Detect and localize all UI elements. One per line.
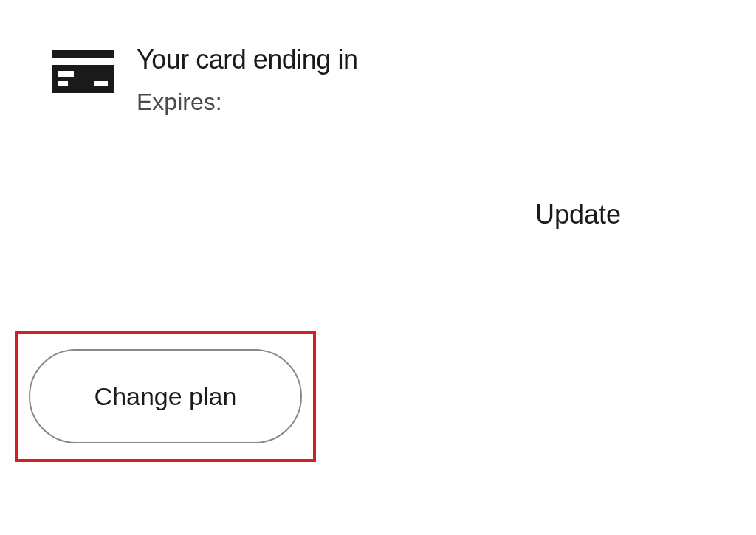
credit-card-icon bbox=[52, 50, 114, 94]
highlight-annotation: Change plan bbox=[15, 331, 316, 462]
card-expires-label: Expires: bbox=[137, 89, 357, 116]
update-link[interactable]: Update bbox=[535, 199, 621, 230]
card-ending-label: Your card ending in bbox=[137, 44, 357, 75]
payment-card-section: Your card ending in Expires: bbox=[52, 44, 357, 116]
card-text-block: Your card ending in Expires: bbox=[137, 44, 357, 116]
change-plan-button[interactable]: Change plan bbox=[29, 349, 302, 443]
